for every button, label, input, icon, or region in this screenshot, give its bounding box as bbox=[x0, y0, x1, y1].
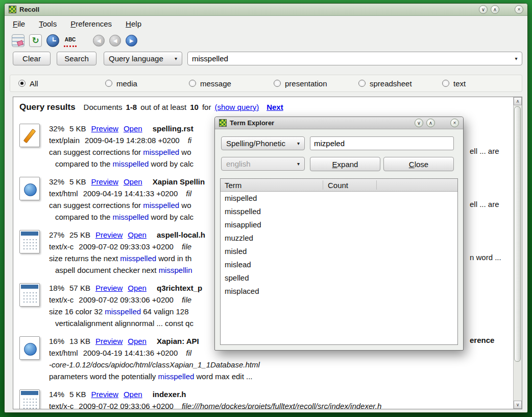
query-input[interactable] bbox=[188, 54, 511, 63]
scrollbar-thumb[interactable] bbox=[514, 106, 521, 362]
term-row[interactable]: mispelled bbox=[221, 192, 457, 205]
chevron-down-icon: ▾ bbox=[293, 141, 300, 146]
filter-label: media bbox=[116, 79, 137, 88]
column-divider[interactable] bbox=[376, 180, 377, 190]
filter-label: All bbox=[30, 79, 38, 88]
desktop-background: Recoll ∨ ∧ × FileToolsPreferencesHelp ↻A… bbox=[0, 0, 532, 417]
radio-all[interactable] bbox=[18, 80, 26, 87]
update-index-icon[interactable]: ↻ bbox=[29, 34, 42, 47]
menu-item-tools[interactable]: Tools bbox=[39, 19, 57, 28]
term-rows: mispelledmisspelledmisappliedmuzzledmisl… bbox=[221, 192, 457, 344]
close-button[interactable]: Close bbox=[383, 157, 454, 171]
filter-label: presentation bbox=[285, 79, 327, 88]
radio-message[interactable] bbox=[189, 80, 196, 87]
radio-text[interactable] bbox=[442, 80, 449, 87]
clipped-text-fragment: ell ... are bbox=[470, 198, 499, 210]
dialog-window-controls: ∨ ∧ × bbox=[415, 119, 459, 127]
clear-button[interactable]: Clear bbox=[13, 52, 51, 65]
toolbar-separator bbox=[81, 40, 88, 41]
menu-bar: FileToolsPreferencesHelp bbox=[5, 16, 527, 31]
clear-search-icon[interactable] bbox=[12, 34, 25, 47]
term-table-header[interactable]: Term Count bbox=[221, 179, 457, 192]
filter-bar: Allmediamessagepresentationspreadsheette… bbox=[10, 75, 522, 92]
search-mode-value: Query language bbox=[109, 54, 163, 63]
query-combobox[interactable]: ▾ bbox=[187, 52, 522, 65]
radio-presentation[interactable] bbox=[274, 80, 281, 87]
filter-item-message[interactable]: message bbox=[189, 75, 231, 91]
clipped-text-fragment: erence bbox=[470, 334, 494, 346]
search-button[interactable]: Search bbox=[57, 52, 96, 65]
dialog-title: Term Explorer bbox=[230, 119, 274, 127]
term-input[interactable] bbox=[310, 136, 454, 150]
expand-button[interactable]: Expand bbox=[310, 157, 380, 171]
filter-item-spreadsheet[interactable]: spreadsheet bbox=[358, 75, 412, 91]
menu-item-preferences[interactable]: Preferences bbox=[70, 19, 112, 28]
window-controls: ∨ ∧ × bbox=[479, 5, 523, 14]
filter-label: text bbox=[453, 79, 466, 88]
first-page-icon[interactable]: ◀ bbox=[93, 35, 105, 47]
term-row[interactable]: misspelled bbox=[221, 205, 457, 218]
recoll-app-icon bbox=[9, 6, 16, 13]
column-divider[interactable] bbox=[323, 180, 323, 190]
search-mode-combo[interactable]: Query language ▾ bbox=[104, 52, 182, 65]
menu-item-file[interactable]: File bbox=[13, 19, 25, 28]
unshade-window-icon[interactable]: ∧ bbox=[491, 5, 499, 14]
clipped-text-fragment: n word ... bbox=[470, 251, 501, 263]
dialog-titlebar[interactable]: Term Explorer ∨ ∧ × bbox=[215, 117, 463, 129]
clipped-text-fragment: ell ... are bbox=[470, 145, 499, 157]
filter-item-presentation[interactable]: presentation bbox=[274, 75, 327, 91]
term-row[interactable]: misplaced bbox=[221, 285, 457, 298]
vertical-scrollbar[interactable]: ∧ ∨ bbox=[513, 97, 522, 409]
search-row: Clear Search Query language ▾ ▾ bbox=[5, 50, 527, 68]
expansion-mode-combo[interactable]: Spelling/Phonetic ▾ bbox=[221, 136, 305, 150]
shade-window-icon[interactable]: ∨ bbox=[479, 5, 488, 14]
window-title: Recoll bbox=[19, 6, 39, 13]
expansion-mode-value: Spelling/Phonetic bbox=[226, 139, 285, 148]
language-combo: english ▾ bbox=[221, 157, 305, 171]
close-dialog-icon[interactable]: × bbox=[450, 119, 459, 127]
term-table: Term Count mispelledmisspelledmisapplied… bbox=[220, 178, 458, 345]
radio-spreadsheet[interactable] bbox=[358, 80, 366, 87]
chevron-down-icon[interactable]: ▾ bbox=[511, 56, 522, 61]
term-row[interactable]: muzzled bbox=[221, 231, 457, 245]
filter-item-media[interactable]: media bbox=[105, 75, 137, 91]
unshade-dialog-icon[interactable]: ∧ bbox=[426, 119, 435, 127]
count-column-header[interactable]: Count bbox=[328, 179, 348, 192]
term-column-header[interactable]: Term bbox=[225, 179, 241, 192]
main-window-titlebar[interactable]: Recoll ∨ ∧ × bbox=[5, 4, 527, 16]
chevron-down-icon: ▾ bbox=[293, 161, 300, 167]
filter-label: spreadsheet bbox=[370, 79, 412, 88]
term-row[interactable]: misapplied bbox=[221, 218, 457, 231]
sort-by-date-icon[interactable] bbox=[46, 34, 59, 47]
radio-media[interactable] bbox=[105, 80, 112, 87]
previous-page-icon[interactable]: ◀ bbox=[109, 35, 121, 47]
close-window-icon[interactable]: × bbox=[515, 5, 523, 14]
scroll-up-icon[interactable]: ∧ bbox=[514, 97, 522, 105]
filter-item-all[interactable]: All bbox=[18, 75, 38, 91]
term-explorer-dialog: Term Explorer ∨ ∧ × Spelling/Phonetic ▾ … bbox=[214, 117, 464, 351]
filter-item-text[interactable]: text bbox=[442, 75, 466, 91]
chevron-down-icon: ▾ bbox=[171, 56, 177, 61]
next-page-icon[interactable]: ▶ bbox=[126, 35, 137, 47]
toolbar: ↻ABC◀◀▶ bbox=[5, 31, 527, 50]
term-explorer-icon[interactable]: ABC bbox=[64, 34, 77, 47]
filter-label: message bbox=[200, 79, 231, 88]
language-value: english bbox=[226, 159, 251, 168]
recoll-app-icon bbox=[219, 119, 227, 127]
term-row[interactable]: mislead bbox=[221, 258, 457, 271]
shade-dialog-icon[interactable]: ∨ bbox=[415, 119, 423, 127]
scroll-down-icon[interactable]: ∨ bbox=[514, 401, 522, 409]
term-row[interactable]: misled bbox=[221, 245, 457, 258]
term-row[interactable]: spelled bbox=[221, 271, 457, 285]
menu-item-help[interactable]: Help bbox=[126, 19, 141, 28]
